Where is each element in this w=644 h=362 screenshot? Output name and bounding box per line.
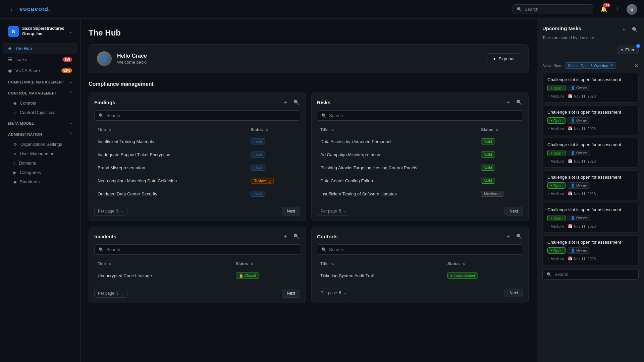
findings-search-btn[interactable]: 🔍 [292, 98, 300, 106]
row-title: Unencrypted Code Leakage [94, 269, 232, 283]
controls-col-title[interactable]: Title ⇅ [317, 259, 444, 269]
findings-pagination: Per page 5 ⌄ Next [94, 204, 300, 216]
tag-owner: 👤 Owner [568, 85, 590, 91]
panel-title: Upcoming tasks [542, 25, 581, 31]
risks-add-btn[interactable]: + [504, 98, 512, 106]
panel-search-input[interactable] [554, 272, 634, 277]
sidebar-section-administration[interactable]: Administration ⌃ [3, 129, 77, 139]
incidents-add-btn[interactable]: + [281, 232, 289, 240]
sidebar-item-standards[interactable]: ◆ Standards [3, 177, 77, 186]
sidebar-section-control-mgmt[interactable]: Control Management ⌃ [3, 88, 77, 98]
global-search-input[interactable] [525, 7, 589, 12]
task-card[interactable]: Challenge slot is open for assessment Op… [542, 73, 639, 103]
signout-icon: ➤ [493, 56, 496, 61]
table-row[interactable]: Data Access by Untrained PersonnelValid [317, 135, 523, 148]
incidents-col-title[interactable]: Title ⇅ [94, 259, 232, 269]
table-row[interactable]: Data Center Cooling FailureValid [317, 174, 523, 187]
org-icon: S [8, 26, 19, 37]
table-row[interactable]: Non-compliant Marketing Data CollectionR… [94, 174, 300, 187]
chevron-down-icon: ⌄ [69, 29, 72, 34]
risks-next-btn[interactable]: Next [504, 207, 523, 216]
findings-add-btn[interactable]: + [281, 98, 289, 106]
task-card[interactable]: Challenge slot is open for assessment Op… [542, 105, 639, 135]
task-card[interactable]: Challenge slot is open for assessment Op… [542, 203, 639, 233]
table-row[interactable]: Inadequate Support Ticket EncryptionInit… [94, 148, 300, 161]
status-badge: 🔒 Closed [236, 273, 259, 279]
risks-search-btn[interactable]: 🔍 [515, 98, 523, 106]
chevron-down-icon: ⌄ [120, 291, 124, 296]
incidents-search-input[interactable] [106, 247, 296, 252]
findings-per-page[interactable]: Per page 5 ⌄ [94, 207, 127, 216]
controls-add-btn[interactable]: + [504, 232, 512, 240]
risks-search-input[interactable] [329, 113, 519, 118]
org-selector[interactable]: S SaaS Superstructures Group, Inc. ⌄ [3, 23, 77, 40]
findings-next-btn[interactable]: Next [282, 207, 300, 216]
panel-add-btn[interactable]: + [620, 25, 628, 34]
controls-next-btn[interactable]: Next [504, 289, 523, 297]
status-badge: Initial [251, 191, 265, 197]
risks-per-page[interactable]: Per page 5 ⌄ [317, 207, 350, 216]
sidebar-item-tasks[interactable]: ☰ Tasks 158 [3, 54, 77, 65]
task-card[interactable]: Challenge slot is open for assessment Op… [542, 170, 639, 200]
table-row[interactable]: Unencrypted Code Leakage🔒 Closed [94, 269, 300, 283]
table-row[interactable]: Ticketing System Audit Trail● Implemente… [317, 269, 523, 282]
task-card-tags: Open 👤 Owner [547, 247, 634, 254]
user-avatar[interactable]: G [627, 4, 637, 15]
table-row[interactable]: Outdated Data Center SecurityInitial [94, 187, 300, 200]
page-title: The Hub [89, 28, 529, 38]
incidents-col-status[interactable]: Status ⇅ [232, 259, 300, 269]
incidents-search-icon: 🔍 [99, 247, 104, 252]
add-btn[interactable]: + [613, 5, 623, 14]
panel-search-btn[interactable]: 🔍 [631, 25, 639, 34]
task-card[interactable]: Challenge slot is open for assessment Op… [542, 138, 639, 168]
table-row[interactable]: Insufficient Training MaterialsInitial [94, 135, 300, 148]
sidebar-item-hub[interactable]: ◈ The Hub [3, 43, 77, 54]
sidebar-item-controls[interactable]: ◆ Controls [3, 99, 77, 108]
sidebar-item-vuca[interactable]: ◉ VUCA Score 52% [3, 65, 77, 76]
task-card[interactable]: Challenge slot is open for assessment Op… [542, 235, 639, 265]
sidebar-item-domains[interactable]: ◊ Domains [3, 159, 77, 168]
sign-out-button[interactable]: ➤ Sign out [487, 53, 520, 64]
filter-tag-remove[interactable]: ✕ [610, 63, 613, 68]
table-row[interactable]: Phishing Attacks Targeting Hosting Contr… [317, 161, 523, 174]
sidebar-section-meta-model[interactable]: Meta Model ⌄ [3, 118, 77, 128]
table-row[interactable]: Insufficient Testing of Software Updates… [317, 187, 523, 200]
table-row[interactable]: Brand MisrepresentationInitial [94, 161, 300, 174]
controls-per-page[interactable]: Per page 5 ⌄ [317, 289, 350, 297]
risks-col-status[interactable]: Status ⇅ [478, 125, 523, 135]
controls-search-input[interactable] [329, 247, 519, 252]
row-title: Insufficient Testing of Software Updates [317, 187, 478, 200]
sidebar-item-org-settings[interactable]: ⚙ Organization Settings [3, 140, 77, 149]
tag-owner: 👤 Owner [568, 215, 590, 221]
arrow-up-icon: ↑ [547, 159, 549, 163]
task-card-tags: Open 👤 Owner [547, 85, 634, 91]
risks-col-title[interactable]: Title ⇅ [317, 125, 478, 135]
row-status: Valid [478, 174, 523, 187]
filter-btn[interactable]: ▿ Filter 1 [617, 46, 639, 54]
findings-col-status[interactable]: Status ⇅ [247, 125, 300, 135]
incidents-search-btn[interactable]: 🔍 [292, 232, 300, 240]
filters-close-btn[interactable]: ✕ [635, 63, 639, 68]
sidebar-section-compliance[interactable]: Compliance Management ⌄ [3, 77, 77, 87]
sidebar: S SaaS Superstructures Group, Inc. ⌄ ◈ T… [0, 19, 80, 362]
notifications-btn[interactable]: 🔔 159 [598, 4, 609, 15]
status-badge: ● Implemented [447, 273, 478, 279]
incidents-next-btn[interactable]: Next [282, 289, 300, 298]
status-badge: Initial [251, 152, 265, 158]
welcome-card: 👤 Hello Grace Welcome back! ➤ Sign out [89, 44, 529, 73]
tasks-badge: 158 [62, 57, 72, 62]
findings-search-input[interactable] [106, 113, 296, 118]
incidents-per-page[interactable]: Per page 5 ⌄ [94, 289, 127, 298]
sidebar-item-control-objectives[interactable]: ◇ Control Objectives [3, 108, 77, 117]
findings-col-title[interactable]: Title ⇅ [94, 125, 247, 135]
calendar-icon: 📅 [568, 224, 573, 228]
controls-col-status[interactable]: Status ⇅ [444, 259, 523, 269]
back-btn[interactable]: ‹ [7, 5, 16, 14]
row-status: Initial [247, 135, 300, 148]
table-row[interactable]: Ad Campaign MisinterpretationValid [317, 148, 523, 161]
sidebar-item-user-management[interactable]: ♬ User Management [3, 149, 77, 158]
sidebar-item-categories[interactable]: ▶ Categories [3, 168, 77, 177]
controls-search-btn[interactable]: 🔍 [515, 232, 523, 240]
controls-search-icon: 🔍 [321, 247, 326, 252]
incidents-search: 🔍 [94, 244, 300, 255]
